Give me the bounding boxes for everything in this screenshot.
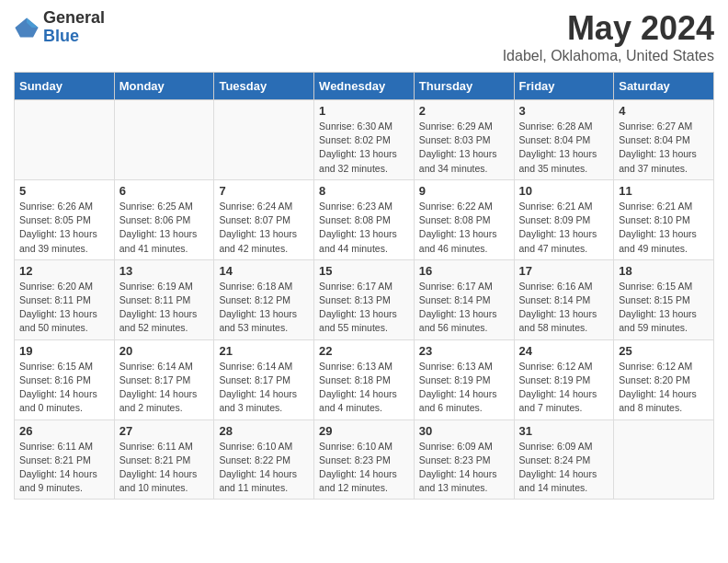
day-number: 11 bbox=[619, 184, 709, 198]
day-info: Sunrise: 6:29 AM Sunset: 8:03 PM Dayligh… bbox=[419, 120, 509, 176]
day-number: 15 bbox=[319, 264, 409, 278]
logo: General Blue bbox=[14, 9, 105, 46]
logo-icon bbox=[14, 15, 40, 40]
day-info: Sunrise: 6:13 AM Sunset: 8:19 PM Dayligh… bbox=[419, 360, 509, 416]
day-cell: 23Sunrise: 6:13 AM Sunset: 8:19 PM Dayli… bbox=[414, 339, 514, 419]
day-cell bbox=[214, 100, 314, 180]
day-cell: 7Sunrise: 6:24 AM Sunset: 8:07 PM Daylig… bbox=[214, 179, 314, 259]
day-info: Sunrise: 6:12 AM Sunset: 8:20 PM Dayligh… bbox=[619, 360, 709, 416]
day-number: 19 bbox=[19, 344, 109, 358]
day-number: 20 bbox=[119, 344, 210, 358]
week-row-4: 19Sunrise: 6:15 AM Sunset: 8:16 PM Dayli… bbox=[15, 339, 714, 419]
day-info: Sunrise: 6:16 AM Sunset: 8:14 PM Dayligh… bbox=[519, 280, 609, 336]
day-info: Sunrise: 6:28 AM Sunset: 8:04 PM Dayligh… bbox=[519, 120, 609, 176]
day-number: 14 bbox=[219, 264, 309, 278]
day-info: Sunrise: 6:24 AM Sunset: 8:07 PM Dayligh… bbox=[219, 200, 309, 256]
day-cell: 18Sunrise: 6:15 AM Sunset: 8:15 PM Dayli… bbox=[614, 259, 714, 339]
day-cell: 26Sunrise: 6:11 AM Sunset: 8:21 PM Dayli… bbox=[15, 419, 115, 500]
col-saturday: Saturday bbox=[614, 73, 714, 100]
day-info: Sunrise: 6:20 AM Sunset: 8:11 PM Dayligh… bbox=[19, 280, 109, 336]
day-info: Sunrise: 6:27 AM Sunset: 8:04 PM Dayligh… bbox=[619, 120, 709, 176]
day-cell: 25Sunrise: 6:12 AM Sunset: 8:20 PM Dayli… bbox=[614, 339, 714, 419]
main-title: May 2024 bbox=[503, 9, 714, 48]
day-info: Sunrise: 6:26 AM Sunset: 8:05 PM Dayligh… bbox=[19, 200, 109, 256]
day-cell: 27Sunrise: 6:11 AM Sunset: 8:21 PM Dayli… bbox=[114, 419, 214, 500]
day-info: Sunrise: 6:30 AM Sunset: 8:02 PM Dayligh… bbox=[319, 120, 409, 176]
day-number: 18 bbox=[619, 264, 709, 278]
col-thursday: Thursday bbox=[414, 73, 514, 100]
day-number: 16 bbox=[419, 264, 509, 278]
day-number: 12 bbox=[19, 264, 109, 278]
col-wednesday: Wednesday bbox=[314, 73, 415, 100]
day-info: Sunrise: 6:15 AM Sunset: 8:15 PM Dayligh… bbox=[619, 280, 709, 336]
logo-text: General Blue bbox=[43, 9, 105, 46]
calendar-header: Sunday Monday Tuesday Wednesday Thursday… bbox=[15, 73, 714, 100]
calendar-table: Sunday Monday Tuesday Wednesday Thursday… bbox=[14, 72, 714, 500]
day-cell: 3Sunrise: 6:28 AM Sunset: 8:04 PM Daylig… bbox=[514, 100, 614, 180]
day-info: Sunrise: 6:12 AM Sunset: 8:19 PM Dayligh… bbox=[519, 360, 609, 416]
day-cell: 19Sunrise: 6:15 AM Sunset: 8:16 PM Dayli… bbox=[15, 339, 115, 419]
day-info: Sunrise: 6:15 AM Sunset: 8:16 PM Dayligh… bbox=[19, 360, 109, 416]
week-row-1: 1Sunrise: 6:30 AM Sunset: 8:02 PM Daylig… bbox=[15, 100, 714, 180]
day-info: Sunrise: 6:09 AM Sunset: 8:24 PM Dayligh… bbox=[519, 440, 609, 496]
day-info: Sunrise: 6:19 AM Sunset: 8:11 PM Dayligh… bbox=[119, 280, 210, 336]
page-header: General Blue May 2024 Idabel, Oklahoma, … bbox=[14, 9, 714, 64]
col-sunday: Sunday bbox=[15, 73, 115, 100]
day-number: 4 bbox=[619, 104, 709, 118]
day-number: 8 bbox=[319, 184, 409, 198]
day-info: Sunrise: 6:14 AM Sunset: 8:17 PM Dayligh… bbox=[219, 360, 309, 416]
week-row-2: 5Sunrise: 6:26 AM Sunset: 8:05 PM Daylig… bbox=[15, 179, 714, 259]
day-number: 31 bbox=[519, 424, 609, 438]
day-number: 25 bbox=[619, 344, 709, 358]
day-cell: 2Sunrise: 6:29 AM Sunset: 8:03 PM Daylig… bbox=[414, 100, 514, 180]
title-section: May 2024 Idabel, Oklahoma, United States bbox=[503, 9, 714, 64]
day-number: 17 bbox=[519, 264, 609, 278]
day-info: Sunrise: 6:10 AM Sunset: 8:23 PM Dayligh… bbox=[319, 440, 409, 496]
day-cell: 21Sunrise: 6:14 AM Sunset: 8:17 PM Dayli… bbox=[214, 339, 314, 419]
day-number: 30 bbox=[419, 424, 509, 438]
logo-general: General bbox=[43, 9, 105, 28]
day-number: 22 bbox=[319, 344, 409, 358]
day-cell: 1Sunrise: 6:30 AM Sunset: 8:02 PM Daylig… bbox=[314, 100, 415, 180]
day-number: 7 bbox=[219, 184, 309, 198]
day-number: 29 bbox=[319, 424, 409, 438]
day-cell: 6Sunrise: 6:25 AM Sunset: 8:06 PM Daylig… bbox=[114, 179, 214, 259]
day-number: 23 bbox=[419, 344, 509, 358]
day-number: 2 bbox=[419, 104, 509, 118]
day-cell bbox=[15, 100, 115, 180]
calendar-body: 1Sunrise: 6:30 AM Sunset: 8:02 PM Daylig… bbox=[15, 100, 714, 500]
day-number: 9 bbox=[419, 184, 509, 198]
day-info: Sunrise: 6:23 AM Sunset: 8:08 PM Dayligh… bbox=[319, 200, 409, 256]
day-number: 27 bbox=[119, 424, 210, 438]
week-row-3: 12Sunrise: 6:20 AM Sunset: 8:11 PM Dayli… bbox=[15, 259, 714, 339]
day-cell: 17Sunrise: 6:16 AM Sunset: 8:14 PM Dayli… bbox=[514, 259, 614, 339]
day-cell: 30Sunrise: 6:09 AM Sunset: 8:23 PM Dayli… bbox=[414, 419, 514, 500]
subtitle: Idabel, Oklahoma, United States bbox=[503, 48, 714, 64]
day-info: Sunrise: 6:25 AM Sunset: 8:06 PM Dayligh… bbox=[119, 200, 210, 256]
day-info: Sunrise: 6:18 AM Sunset: 8:12 PM Dayligh… bbox=[219, 280, 309, 336]
day-number: 28 bbox=[219, 424, 309, 438]
day-cell: 20Sunrise: 6:14 AM Sunset: 8:17 PM Dayli… bbox=[114, 339, 214, 419]
day-info: Sunrise: 6:21 AM Sunset: 8:10 PM Dayligh… bbox=[619, 200, 709, 256]
day-info: Sunrise: 6:10 AM Sunset: 8:22 PM Dayligh… bbox=[219, 440, 309, 496]
day-number: 6 bbox=[119, 184, 210, 198]
day-info: Sunrise: 6:11 AM Sunset: 8:21 PM Dayligh… bbox=[19, 440, 109, 496]
day-cell bbox=[114, 100, 214, 180]
day-number: 5 bbox=[19, 184, 109, 198]
day-info: Sunrise: 6:13 AM Sunset: 8:18 PM Dayligh… bbox=[319, 360, 409, 416]
col-friday: Friday bbox=[514, 73, 614, 100]
col-tuesday: Tuesday bbox=[214, 73, 314, 100]
day-cell: 12Sunrise: 6:20 AM Sunset: 8:11 PM Dayli… bbox=[15, 259, 115, 339]
day-cell: 5Sunrise: 6:26 AM Sunset: 8:05 PM Daylig… bbox=[15, 179, 115, 259]
day-cell: 29Sunrise: 6:10 AM Sunset: 8:23 PM Dayli… bbox=[314, 419, 415, 500]
day-cell: 22Sunrise: 6:13 AM Sunset: 8:18 PM Dayli… bbox=[314, 339, 415, 419]
day-cell: 15Sunrise: 6:17 AM Sunset: 8:13 PM Dayli… bbox=[314, 259, 415, 339]
day-cell: 16Sunrise: 6:17 AM Sunset: 8:14 PM Dayli… bbox=[414, 259, 514, 339]
day-cell: 14Sunrise: 6:18 AM Sunset: 8:12 PM Dayli… bbox=[214, 259, 314, 339]
week-row-5: 26Sunrise: 6:11 AM Sunset: 8:21 PM Dayli… bbox=[15, 419, 714, 500]
day-cell: 31Sunrise: 6:09 AM Sunset: 8:24 PM Dayli… bbox=[514, 419, 614, 500]
day-number: 3 bbox=[519, 104, 609, 118]
day-number: 10 bbox=[519, 184, 609, 198]
day-cell: 9Sunrise: 6:22 AM Sunset: 8:08 PM Daylig… bbox=[414, 179, 514, 259]
day-cell: 10Sunrise: 6:21 AM Sunset: 8:09 PM Dayli… bbox=[514, 179, 614, 259]
